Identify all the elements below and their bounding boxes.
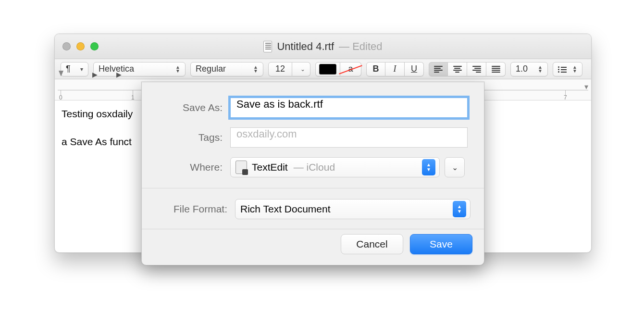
tags-placeholder: osxdaily.com	[236, 128, 297, 140]
titlebar: Untitled 4.rtf — Edited	[55, 34, 591, 59]
align-left-icon	[434, 66, 443, 73]
align-center-icon	[453, 66, 462, 73]
cancel-button[interactable]: Cancel	[341, 234, 403, 254]
tags-input[interactable]: osxdaily.com	[230, 127, 468, 148]
divider	[142, 188, 484, 188]
line-spacing-value: 1.0	[516, 64, 528, 74]
zoom-window-button[interactable]	[90, 42, 99, 50]
updown-icon: ▲▼	[453, 201, 466, 217]
bold-button[interactable]: B	[366, 62, 385, 76]
ruler-label: 7	[564, 94, 567, 101]
window-title: Untitled 4.rtf — Edited	[55, 40, 591, 53]
list-icon	[558, 66, 567, 73]
updown-icon: ▲▼	[253, 65, 258, 73]
font-size-group: 12 ⌄	[268, 62, 310, 76]
where-label: Where:	[155, 162, 223, 173]
font-style-select[interactable]: Regular ▲▼	[190, 62, 263, 76]
underline-button[interactable]: U	[405, 62, 424, 76]
alignment-group	[429, 62, 506, 76]
save-as-dialog: Save As: Save as is back.rtf Tags: osxda…	[141, 82, 484, 265]
file-icon	[263, 41, 272, 52]
font-family-select[interactable]: Helvetica ▲▼	[93, 62, 186, 76]
textedit-app-icon	[235, 161, 247, 174]
font-style-value: Regular	[196, 64, 226, 74]
align-right-button[interactable]	[467, 62, 486, 76]
chevron-down-icon: ⌄	[452, 163, 458, 172]
paragraph-style-button[interactable]: ¶ ▾	[61, 62, 88, 76]
file-format-label: File Format:	[155, 203, 227, 215]
align-center-button[interactable]	[448, 62, 467, 76]
where-app: TextEdit	[252, 162, 288, 173]
save-as-value: Save as is back.rtf	[236, 98, 323, 110]
tab-stop[interactable]: ▶	[92, 71, 98, 78]
text-color-button[interactable]	[315, 62, 340, 76]
title-filename: Untitled 4.rtf	[277, 40, 334, 53]
tags-label: Tags:	[155, 132, 223, 143]
italic-button[interactable]: I	[385, 62, 405, 76]
updown-icon: ▲▼	[538, 65, 543, 73]
where-location: — iCloud	[294, 162, 335, 173]
where-select[interactable]: TextEdit — iCloud ▲▼	[230, 157, 440, 177]
title-edited: — Edited	[339, 40, 383, 53]
minimize-window-button[interactable]	[76, 42, 85, 50]
traffic-lights	[55, 42, 99, 50]
save-as-input[interactable]: Save as is back.rtf	[230, 98, 468, 118]
file-format-value: Rich Text Document	[240, 203, 331, 215]
align-left-button[interactable]	[429, 62, 448, 76]
align-right-icon	[472, 66, 481, 73]
ruler-label: 0	[59, 94, 62, 101]
align-justify-button[interactable]	[486, 62, 506, 76]
expand-dialog-button[interactable]: ⌄	[445, 157, 465, 177]
dialog-buttons: Cancel Save	[142, 229, 484, 265]
updown-icon: ▲▼	[572, 65, 577, 73]
line-spacing-select[interactable]: 1.0 ▲▼	[510, 62, 548, 76]
ruler-label: 1	[131, 94, 135, 101]
highlight-color-button[interactable]: a	[340, 62, 361, 76]
pilcrow-icon: ¶	[66, 64, 71, 74]
biu-group: B I U	[366, 62, 424, 76]
save-button[interactable]: Save	[410, 234, 472, 254]
chevron-down-icon: ▾	[80, 66, 83, 73]
updown-icon: ▲▼	[422, 159, 435, 175]
align-justify-icon	[492, 66, 500, 73]
font-size-dropdown[interactable]: ⌄	[292, 62, 310, 76]
chevron-down-icon: ⌄	[300, 66, 305, 73]
close-window-button[interactable]	[62, 42, 71, 50]
tab-stop[interactable]: ▶	[116, 71, 122, 78]
formatting-toolbar: ¶ ▾ Helvetica ▲▼ Regular ▲▼ 12 ⌄ a B I U	[55, 59, 591, 79]
file-format-select[interactable]: Rich Text Document ▲▼	[235, 199, 471, 219]
updown-icon: ▲▼	[175, 65, 180, 73]
strike-a-icon: a	[348, 64, 353, 74]
save-as-label: Save As:	[155, 102, 223, 113]
font-size-field[interactable]: 12	[268, 62, 292, 76]
color-group: a	[315, 62, 361, 76]
list-style-select[interactable]: ▲▼	[553, 62, 582, 76]
color-swatch-icon	[319, 64, 336, 75]
